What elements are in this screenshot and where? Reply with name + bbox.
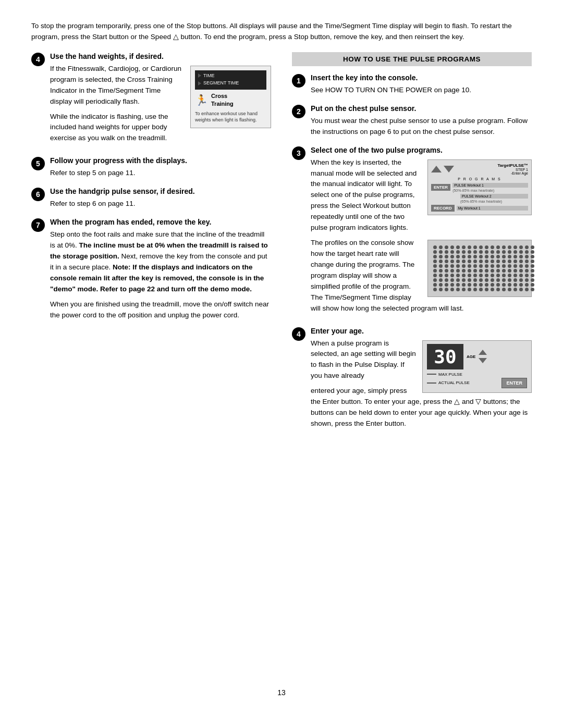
step-5-content: Follow your progress with the displays. … — [50, 156, 271, 179]
dot — [468, 245, 471, 249]
dot — [445, 245, 448, 249]
max-pulse-row: MAX PULSE — [427, 372, 527, 377]
dot — [519, 245, 523, 249]
dot — [462, 255, 466, 258]
dot — [491, 278, 494, 282]
dot — [462, 269, 466, 273]
age-tri-col — [479, 350, 487, 363]
dot — [439, 274, 443, 277]
dot — [462, 283, 466, 287]
programs-label: P R O G R A M S — [431, 177, 528, 181]
step-label: STEP 1 — [497, 168, 528, 171]
right-step-1-title: Insert the key into the console. — [311, 73, 532, 82]
step-6-number: 6 — [31, 188, 45, 201]
dot — [531, 288, 534, 291]
step-5-title: Follow your progress with the displays. — [50, 156, 271, 165]
dot — [485, 260, 488, 263]
right-step-1-block: 1 Insert the key into the console. See H… — [292, 73, 532, 96]
age-up-arrow[interactable] — [479, 350, 487, 355]
right-step-1-body: See HOW TO TURN ON THE POWER on page 10. — [311, 85, 532, 96]
dot — [502, 245, 506, 249]
dot — [433, 255, 437, 258]
dot — [439, 255, 443, 258]
dot — [496, 260, 500, 263]
dot — [525, 278, 529, 282]
dot — [519, 255, 523, 258]
pw2-sub: (65%-85% max heartrate) — [460, 200, 528, 203]
dot — [496, 269, 500, 273]
dot — [519, 260, 523, 263]
dot — [485, 288, 488, 291]
dot — [502, 255, 506, 258]
dot — [473, 250, 477, 254]
dot — [473, 278, 477, 282]
dot — [468, 278, 471, 282]
age-number: 30 — [427, 344, 463, 369]
ct-caption: To enhance workout use hand weights when… — [195, 110, 266, 124]
dot — [485, 283, 488, 287]
page-number: 13 — [31, 688, 532, 697]
dot — [519, 274, 523, 277]
right-column: HOW TO USE THE PULSE PROGRAMS 1 Insert t… — [292, 52, 532, 673]
dot — [496, 278, 500, 282]
dot — [491, 245, 494, 249]
target-pulse-label: TargetPULSE™ — [497, 163, 528, 168]
dot — [519, 288, 523, 291]
dot — [473, 288, 477, 291]
right-step-3-block: 3 Select one of the two pulse programs. … — [292, 146, 532, 318]
dot — [479, 283, 483, 287]
right-step-3-content: Select one of the two pulse programs. Ta… — [311, 146, 532, 318]
myw1-label: My Workout 1 — [457, 206, 528, 211]
right-step-2-title: Put on the chest pulse sensor. — [311, 104, 532, 113]
right-step-2-content: Put on the chest pulse sensor. You must … — [311, 104, 532, 138]
dot — [450, 250, 454, 254]
dot — [491, 264, 494, 268]
dot — [531, 250, 534, 254]
right-step-4-title: Enter your age. — [311, 327, 532, 335]
step-7-number: 7 — [31, 218, 45, 232]
dot — [473, 245, 477, 249]
dot — [456, 255, 460, 258]
dot — [531, 274, 534, 277]
step-6-content: Use the handgrip pulse sensor, if desire… — [50, 187, 271, 209]
dot — [513, 283, 517, 287]
dot — [531, 278, 534, 282]
dot — [491, 269, 494, 273]
dot — [456, 269, 460, 273]
age-enter-btn[interactable]: ENTER — [501, 378, 527, 388]
dot — [531, 269, 534, 273]
dot — [496, 283, 500, 287]
dot — [502, 269, 506, 273]
dot — [456, 278, 460, 282]
dot — [531, 260, 534, 263]
dot — [508, 250, 511, 254]
dot — [468, 274, 471, 277]
dot — [468, 283, 471, 287]
dot — [519, 250, 523, 254]
dot — [485, 278, 488, 282]
step-6-body: Refer to step 6 on page 11. — [50, 199, 271, 209]
step-6-block: 6 Use the handgrip pulse sensor, if desi… — [31, 187, 271, 209]
dot — [485, 269, 488, 273]
dot — [450, 264, 454, 268]
dot — [433, 283, 437, 287]
ct-icon-label2: Training — [211, 100, 234, 108]
record-btn: RECORD — [431, 205, 455, 212]
step-4-title: Use the hand weights, if desired. — [50, 52, 271, 60]
dot — [456, 274, 460, 277]
dot — [456, 245, 460, 249]
dot — [473, 269, 477, 273]
dot — [531, 264, 534, 268]
dot — [519, 283, 523, 287]
dot — [496, 250, 500, 254]
dot — [456, 264, 460, 268]
dot — [473, 260, 477, 263]
dot — [479, 250, 483, 254]
dot — [468, 250, 471, 254]
dot — [456, 288, 460, 291]
dot — [502, 274, 506, 277]
dot — [519, 278, 523, 282]
age-down-arrow[interactable] — [479, 358, 487, 363]
dot — [462, 288, 466, 291]
dot — [445, 260, 448, 263]
